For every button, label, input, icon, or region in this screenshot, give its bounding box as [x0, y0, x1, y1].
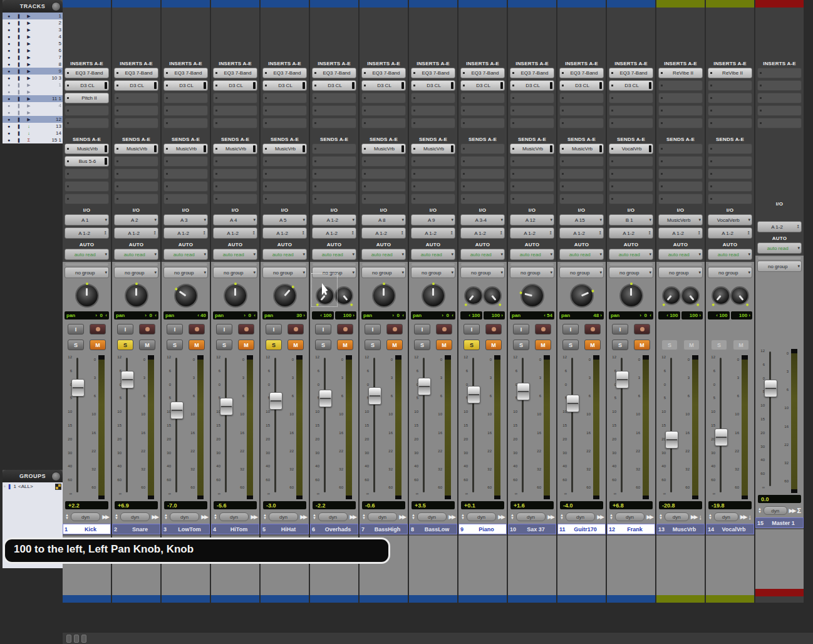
- view-box-icon[interactable]: [74, 635, 79, 643]
- send-slot[interactable]: [658, 143, 703, 154]
- insert-bypass-led-icon[interactable]: [413, 110, 415, 112]
- insert-slot[interactable]: [460, 105, 505, 116]
- insert-name[interactable]: ReVibe II: [664, 70, 702, 76]
- track-nameplate[interactable]: 3LowTom: [162, 524, 210, 534]
- send-bypass-led-icon[interactable]: [265, 173, 267, 175]
- send-slot[interactable]: [658, 169, 703, 179]
- mute-button[interactable]: M: [436, 340, 452, 350]
- nudge-down-icon[interactable]: ▼: [659, 517, 663, 520]
- insert-bypass-led-icon[interactable]: [413, 97, 415, 99]
- tracks-list-row[interactable]: ●❚↓14: [3, 130, 63, 137]
- insert-bypass-led-icon[interactable]: [166, 72, 168, 74]
- insert-slot[interactable]: D3 CL: [460, 80, 505, 91]
- record-enable-button[interactable]: [139, 324, 155, 335]
- dyn-button[interactable]: dyn: [516, 512, 546, 521]
- track-nameplate[interactable]: 6Overhads: [310, 524, 358, 534]
- mute-button[interactable]: M: [535, 340, 551, 350]
- pan-display-segment[interactable]: pan› 0 ‹: [411, 311, 455, 319]
- insert-name[interactable]: D3 CL: [268, 83, 303, 88]
- pan-display-segment[interactable]: pan› 0 ‹: [65, 311, 109, 319]
- insert-bypass-led-icon[interactable]: [67, 85, 69, 86]
- pan-display-segment[interactable]: pan› 0 ‹: [361, 311, 406, 319]
- send-slot[interactable]: [559, 194, 604, 204]
- output-path-selector[interactable]: A 1-2↥: [609, 227, 653, 239]
- output-path-selector[interactable]: A 1-2↥: [460, 227, 505, 239]
- nudge-arrows[interactable]: ▲▼: [609, 514, 613, 520]
- insert-bypass-led-icon[interactable]: [117, 97, 118, 99]
- mute-button[interactable]: M: [238, 340, 254, 350]
- right-pan-knob[interactable]: [484, 288, 500, 304]
- input-path-selector[interactable]: A 1▾: [65, 214, 109, 226]
- insert-slot[interactable]: [312, 105, 356, 116]
- mute-button[interactable]: M: [139, 340, 155, 350]
- insert-bypass-led-icon[interactable]: [512, 110, 514, 112]
- insert-bypass-led-icon[interactable]: [215, 72, 217, 74]
- send-slot[interactable]: [609, 169, 653, 179]
- send-slot[interactable]: [312, 143, 356, 154]
- send-slot[interactable]: [312, 169, 356, 179]
- volume-fader[interactable]: [170, 402, 184, 419]
- record-enable-button[interactable]: [535, 324, 551, 335]
- input-monitor-button[interactable]: I: [414, 324, 430, 335]
- insert-bypass-led-icon[interactable]: [760, 85, 762, 86]
- insert-bypass-led-icon[interactable]: [67, 97, 69, 99]
- track-active-icon[interactable]: ●: [4, 123, 14, 130]
- send-slot[interactable]: [213, 194, 257, 204]
- insert-name[interactable]: D3 CL: [417, 83, 451, 88]
- track-number[interactable]: 5: [59, 41, 61, 46]
- volume-fader[interactable]: [121, 371, 134, 388]
- record-enable-button[interactable]: [287, 324, 304, 335]
- insert-bypass-led-icon[interactable]: [117, 122, 118, 124]
- insert-bypass-led-icon[interactable]: [314, 72, 316, 74]
- track-active-icon[interactable]: ●: [4, 19, 14, 26]
- insert-bypass-led-icon[interactable]: [760, 97, 762, 99]
- track-number[interactable]: 6: [59, 48, 61, 53]
- insert-name[interactable]: Pitch II: [70, 95, 108, 101]
- track-active-icon[interactable]: ●: [4, 33, 14, 40]
- tracks-list-row[interactable]: ●❚▶: [3, 88, 63, 95]
- group-assignment-selector[interactable]: no group▾: [262, 267, 307, 278]
- scroll-menu-icon[interactable]: [81, 635, 86, 643]
- insert-slot[interactable]: D3 CL: [262, 80, 307, 91]
- track-nameplate[interactable]: 14VocalVrb: [706, 524, 754, 534]
- send-bypass-led-icon[interactable]: [710, 185, 712, 187]
- tracks-list-row[interactable]: ●❚▶1: [3, 13, 63, 19]
- tracks-list-row[interactable]: ●❚▶2: [3, 19, 63, 26]
- insert-slot[interactable]: [460, 93, 505, 103]
- nudge-down-icon[interactable]: ▼: [263, 517, 267, 520]
- tracks-list-row[interactable]: ●❚↓13: [3, 123, 63, 130]
- automation-mode-selector[interactable]: auto read▾: [757, 242, 802, 254]
- insert-name[interactable]: EQ3 7-Band: [614, 70, 653, 76]
- mute-button[interactable]: M: [485, 340, 502, 350]
- insert-slot[interactable]: D3 CL: [65, 80, 109, 91]
- nudge-arrows[interactable]: ▲▼: [115, 514, 118, 520]
- insert-bypass-led-icon[interactable]: [67, 72, 69, 74]
- solo-button[interactable]: S: [414, 340, 430, 350]
- insert-name[interactable]: EQ3 7-Band: [318, 70, 356, 76]
- insert-bypass-led-icon[interactable]: [67, 110, 69, 112]
- output-path-selector[interactable]: A 1-2↥: [658, 227, 703, 239]
- tracks-list-row[interactable]: ●❚▶: [3, 109, 63, 116]
- volume-fader[interactable]: [566, 395, 579, 412]
- tracks-panel-menu-icon[interactable]: [51, 2, 61, 11]
- automation-mode-selector[interactable]: auto read▾: [163, 249, 208, 260]
- send-slot[interactable]: [114, 169, 158, 179]
- send-slot[interactable]: MusicVrb: [262, 143, 307, 154]
- insert-slot[interactable]: EQ3 7-Band: [411, 68, 455, 78]
- record-enable-button[interactable]: [337, 324, 353, 335]
- insert-slot[interactable]: D3 CL: [411, 80, 455, 91]
- automation-mode-selector[interactable]: auto read▾: [658, 249, 703, 260]
- send-bypass-led-icon[interactable]: [463, 160, 465, 162]
- input-monitor-button[interactable]: I: [365, 324, 381, 335]
- nudge-arrows[interactable]: ▲▼: [659, 514, 663, 520]
- volume-fader[interactable]: [517, 383, 530, 400]
- insert-slot[interactable]: [114, 105, 158, 116]
- send-bypass-led-icon[interactable]: [215, 160, 217, 162]
- send-name[interactable]: MusicVrb: [565, 146, 599, 152]
- send-slot[interactable]: MusicVrb: [361, 143, 406, 154]
- send-slot[interactable]: [312, 156, 356, 167]
- group-assignment-selector[interactable]: no group▾: [460, 267, 505, 278]
- insert-bypass-led-icon[interactable]: [562, 97, 564, 99]
- insert-slot[interactable]: [708, 93, 752, 103]
- send-bypass-led-icon[interactable]: [661, 198, 663, 200]
